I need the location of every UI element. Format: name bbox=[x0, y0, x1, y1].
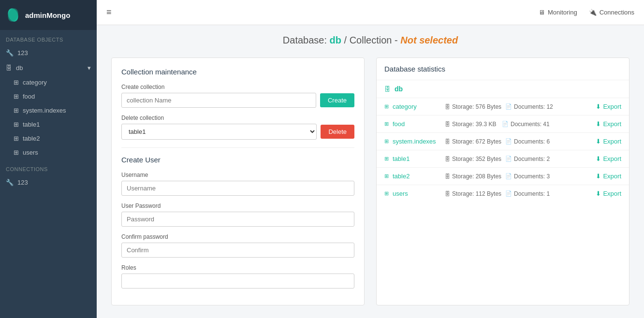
stats-coll-row: ⊞ table1 🗄 Storage: 352 Bytes 📄 Document… bbox=[377, 150, 629, 168]
grid-icon-users: ⊞ bbox=[14, 149, 19, 156]
download-icon: ⬇ bbox=[596, 138, 601, 145]
stats-export-button[interactable]: ⬇ Export bbox=[596, 120, 621, 128]
main-area: ≡ 🖥 Monitoring 🔌 Connections Database: d… bbox=[97, 0, 644, 318]
sidebar-item-123[interactable]: 🔧 123 bbox=[0, 45, 97, 60]
create-collection-button[interactable]: Create bbox=[320, 93, 354, 107]
stats-coll-name[interactable]: table2 bbox=[393, 173, 441, 180]
doc-icon: 📄 bbox=[502, 121, 509, 127]
stats-export-button[interactable]: ⬇ Export bbox=[596, 173, 621, 180]
storage-icon: 🗄 bbox=[445, 173, 450, 179]
create-collection-group: Create collection Create bbox=[121, 84, 354, 108]
grid-icon-food: ⊞ bbox=[14, 93, 19, 100]
app-name: adminMongo bbox=[25, 11, 70, 19]
topbar: ≡ 🖥 Monitoring 🔌 Connections bbox=[97, 0, 644, 25]
svg-point-1 bbox=[6, 8, 20, 22]
connection-icon: 🔧 bbox=[6, 179, 14, 186]
sidebar-item-table1[interactable]: ⊞ table1 bbox=[0, 117, 97, 131]
sidebar-item-users[interactable]: ⊞ users bbox=[0, 145, 97, 159]
sidebar-item-food[interactable]: ⊞ food bbox=[0, 89, 97, 103]
doc-icon: 📄 bbox=[505, 156, 512, 162]
stats-coll-row: ⊞ system.indexes 🗄 Storage: 672 Bytes 📄 … bbox=[377, 133, 629, 150]
create-user-title: Create User bbox=[121, 156, 354, 164]
sidebar-connection-label: 123 bbox=[17, 179, 91, 186]
delete-collection-row: table1 category food system.indexes tabl… bbox=[121, 124, 354, 140]
stats-coll-row: ⊞ users 🗄 Storage: 112 Bytes 📄 Documents… bbox=[377, 185, 629, 202]
storage-icon: 🗄 bbox=[445, 191, 450, 197]
stats-db-icon: 🗄 bbox=[384, 86, 391, 93]
wrench-icon: 🔧 bbox=[6, 49, 14, 57]
doc-icon: 📄 bbox=[505, 190, 512, 197]
create-collection-row: Create bbox=[121, 93, 354, 108]
delete-collection-group: Delete collection table1 category food s… bbox=[121, 115, 354, 140]
stats-storage: 🗄 Storage: 112 Bytes bbox=[445, 190, 501, 197]
stats-coll-name[interactable]: category bbox=[393, 103, 441, 110]
confirm-label: Confirm password bbox=[121, 233, 354, 240]
stats-documents: 📄 Documents: 41 bbox=[502, 121, 550, 128]
collection-name-input[interactable] bbox=[121, 93, 316, 108]
stats-coll-grid-icon: ⊞ bbox=[384, 173, 389, 179]
username-input[interactable] bbox=[121, 181, 354, 196]
password-input[interactable] bbox=[121, 212, 354, 227]
stats-collections-list: ⊞ category 🗄 Storage: 576 Bytes 📄 Docume… bbox=[377, 98, 629, 202]
password-label: User Password bbox=[121, 202, 354, 209]
db-stats-title: Database statistics bbox=[377, 58, 629, 80]
stats-coll-name[interactable]: food bbox=[393, 120, 441, 128]
create-collection-label: Create collection bbox=[121, 84, 354, 90]
sidebar-item-123-label: 123 bbox=[17, 49, 91, 57]
storage-icon: 🗄 bbox=[445, 156, 450, 162]
grid-icon-table2: ⊞ bbox=[14, 135, 19, 142]
doc-icon: 📄 bbox=[505, 138, 512, 145]
roles-group: Roles bbox=[121, 264, 354, 289]
stats-storage: 🗄 Storage: 576 Bytes bbox=[445, 103, 501, 110]
stats-coll-row: ⊞ food 🗄 Storage: 39.3 KB 📄 Documents: 4… bbox=[377, 116, 629, 133]
sidebar-connection-123[interactable]: 🔧 123 bbox=[0, 175, 97, 190]
stats-export-button[interactable]: ⬇ Export bbox=[596, 190, 621, 197]
confirm-input[interactable] bbox=[121, 243, 354, 258]
sidebar-item-db[interactable]: 🗄 db ▾ bbox=[0, 60, 97, 75]
connections-button[interactable]: 🔌 Connections bbox=[589, 9, 634, 16]
stats-export-button[interactable]: ⬇ Export bbox=[596, 103, 621, 110]
page-not-selected: Not selected bbox=[400, 35, 458, 45]
sidebar-table2-label: table2 bbox=[23, 135, 40, 142]
sidebar-item-system-indexes[interactable]: ⊞ system.indexes bbox=[0, 103, 97, 117]
sidebar-item-table2[interactable]: ⊞ table2 bbox=[0, 131, 97, 145]
sidebar-section-db-objects: Database Objects bbox=[0, 30, 97, 45]
roles-input[interactable] bbox=[121, 274, 354, 289]
stats-coll-grid-icon: ⊞ bbox=[384, 156, 389, 162]
download-icon: ⬇ bbox=[596, 173, 601, 180]
page-db-name: db bbox=[330, 35, 341, 45]
delete-collection-button[interactable]: Delete bbox=[321, 125, 354, 139]
stats-storage: 🗄 Storage: 352 Bytes bbox=[445, 156, 501, 162]
stats-db-row: 🗄 db bbox=[377, 80, 629, 98]
topbar-actions: 🖥 Monitoring 🔌 Connections bbox=[539, 9, 634, 16]
stats-coll-name[interactable]: table1 bbox=[393, 155, 441, 162]
delete-collection-select[interactable]: table1 category food system.indexes tabl… bbox=[121, 124, 317, 140]
two-column-layout: Collection maintenance Create collection… bbox=[111, 58, 629, 305]
hamburger-button[interactable]: ≡ bbox=[106, 7, 112, 17]
doc-icon: 📄 bbox=[505, 103, 512, 110]
page-title-prefix: Database: bbox=[283, 35, 330, 45]
stats-coll-grid-icon: ⊞ bbox=[384, 103, 389, 110]
stats-coll-name[interactable]: users bbox=[393, 190, 441, 197]
collection-maintenance-panel: Collection maintenance Create collection… bbox=[111, 58, 365, 305]
stats-db-name[interactable]: db bbox=[395, 85, 403, 93]
roles-label: Roles bbox=[121, 264, 354, 271]
sidebar-item-category[interactable]: ⊞ category bbox=[0, 75, 97, 89]
page-title: Database: db / Collection - Not selected bbox=[111, 35, 629, 46]
stats-storage: 🗄 Storage: 39.3 KB bbox=[445, 121, 498, 128]
stats-export-button[interactable]: ⬇ Export bbox=[596, 138, 621, 145]
download-icon: ⬇ bbox=[596, 103, 601, 110]
stats-coll-name[interactable]: system.indexes bbox=[393, 138, 441, 145]
stats-documents: 📄 Documents: 1 bbox=[505, 190, 554, 197]
sidebar-table1-label: table1 bbox=[23, 121, 40, 128]
grid-icon-sysidx: ⊞ bbox=[14, 107, 19, 114]
storage-icon: 🗄 bbox=[445, 104, 450, 110]
stats-coll-grid-icon: ⊞ bbox=[384, 190, 389, 197]
grid-icon-table1: ⊞ bbox=[14, 121, 19, 128]
username-group: Username bbox=[121, 172, 354, 196]
monitoring-button[interactable]: 🖥 Monitoring bbox=[539, 9, 577, 16]
stats-coll-grid-icon: ⊞ bbox=[384, 121, 389, 127]
download-icon: ⬇ bbox=[596, 120, 601, 128]
sidebar-food-label: food bbox=[23, 93, 35, 100]
stats-export-button[interactable]: ⬇ Export bbox=[596, 155, 621, 162]
